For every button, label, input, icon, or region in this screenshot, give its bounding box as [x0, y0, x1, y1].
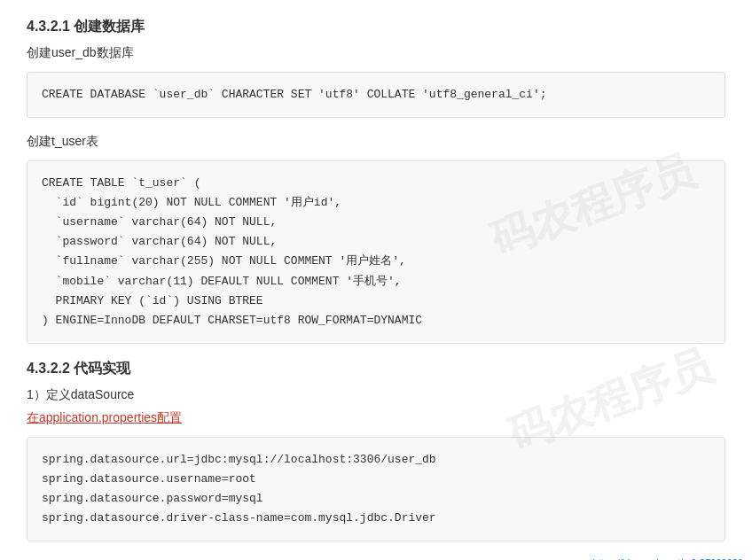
code-block-2: CREATE TABLE `t_user` ( `id` bigint(20) … — [27, 160, 725, 344]
section2-link[interactable]: 在application.properties配置 — [27, 410, 725, 426]
section2-heading: 4.3.2.2 代码实现 — [27, 360, 725, 378]
section2-step: 1）定义dataSource — [27, 387, 725, 403]
section1-heading: 4.3.2.1 创建数据库 — [27, 18, 725, 36]
section1-desc2: 创建t_user表 — [27, 134, 725, 150]
application-properties-link[interactable]: 在application.properties配置 — [27, 410, 182, 424]
section1-desc1: 创建user_db数据库 — [27, 45, 725, 61]
code-block-3: spring.datasource.url=jdbc:mysql://local… — [27, 437, 725, 541]
code-block-1: CREATE DATABASE `user_db` CHARACTER SET … — [27, 72, 725, 118]
